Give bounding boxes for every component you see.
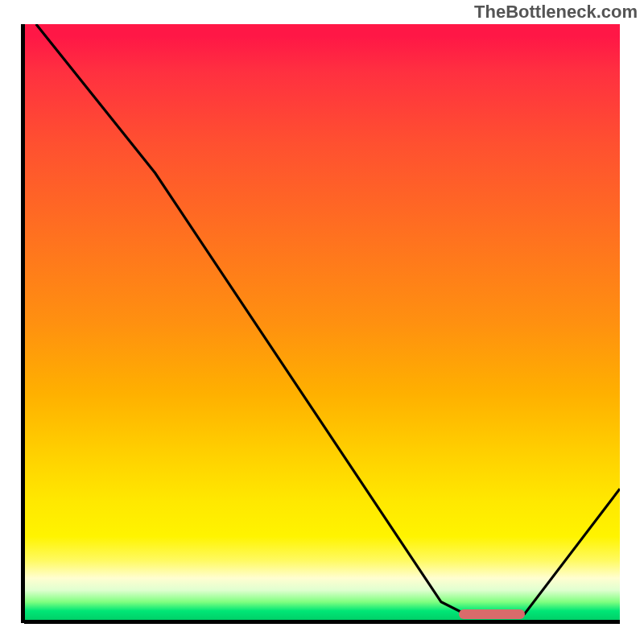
bottleneck-chart: TheBottleneck.com: [0, 0, 644, 644]
watermark-text: TheBottleneck.com: [474, 2, 638, 23]
curve-svg: [24, 24, 620, 620]
optimal-range-marker: [459, 609, 524, 619]
bottleneck-curve-line: [36, 24, 620, 614]
x-axis: [24, 620, 620, 624]
y-axis: [21, 24, 25, 623]
plot-area: [24, 24, 620, 620]
